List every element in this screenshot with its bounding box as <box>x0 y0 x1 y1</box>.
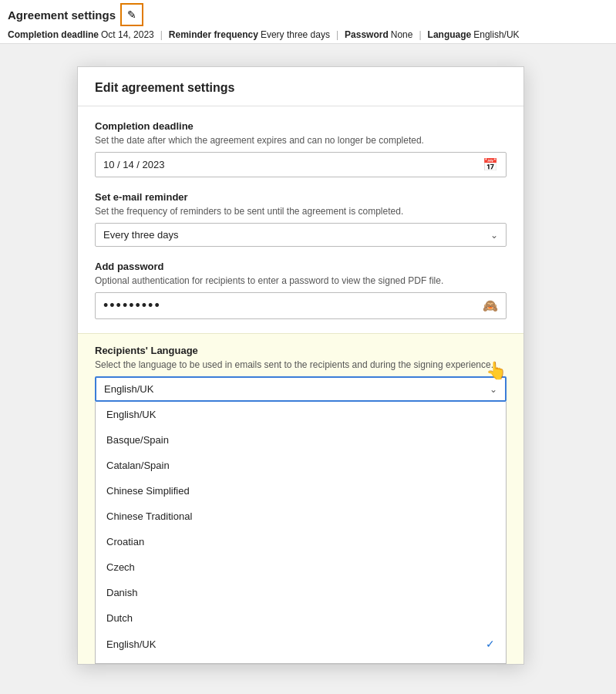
chevron-down-icon-lang: ⌄ <box>490 384 497 395</box>
checkmark-icon: ✓ <box>486 638 495 650</box>
title-row: Agreement settings ✎ <box>8 3 143 26</box>
password-input[interactable] <box>103 298 483 314</box>
lang-option-label: Czech <box>106 561 135 573</box>
lang-option-label: Croatian <box>106 536 144 547</box>
page-title: Agreement settings <box>8 8 116 22</box>
lang-option[interactable]: Chinese Simplified <box>96 478 506 504</box>
completion-deadline-desc: Set the date after which the agreement e… <box>95 135 507 146</box>
date-input[interactable] <box>103 159 483 170</box>
reminder-dropdown[interactable]: Every three days ⌄ <box>95 223 507 247</box>
edit-icon: ✎ <box>127 8 136 21</box>
lang-option-label: Danish <box>106 587 137 598</box>
modal-header: Edit agreement settings <box>78 67 523 106</box>
modal-body: Completion deadline Set the date after w… <box>78 106 523 319</box>
lang-option[interactable]: Catalan/Spain <box>96 453 506 478</box>
calendar-icon[interactable]: 📅 <box>483 157 498 172</box>
meta-sep-1: | <box>160 29 163 40</box>
meta-sep-3: | <box>419 29 421 40</box>
lang-option[interactable]: Chinese Traditional <box>96 504 506 529</box>
meta-value-password: None <box>391 29 413 40</box>
lang-option-label: English/UK <box>106 638 156 650</box>
password-input-row[interactable]: 🙈 <box>95 292 507 319</box>
top-bar: Agreement settings ✎ Completion deadline… <box>0 0 616 44</box>
meta-value-language: English/UK <box>473 29 519 40</box>
completion-deadline-section: Completion deadline Set the date after w… <box>95 120 507 177</box>
edit-settings-modal: Edit agreement settings Completion deadl… <box>77 66 524 665</box>
password-label: Add password <box>95 261 507 272</box>
chevron-down-icon: ⌄ <box>490 230 498 241</box>
meta-label-language: Language <box>428 29 472 40</box>
language-dropdown-list[interactable]: English/UKBasque/SpainCatalan/SpainChine… <box>95 402 507 664</box>
lang-option-label: Dutch <box>106 612 133 624</box>
password-desc: Optional authentication for recipients t… <box>95 275 507 286</box>
lang-option-label: English/UK <box>106 409 156 420</box>
lang-option[interactable]: Danish <box>96 580 506 605</box>
lang-option-label: Chinese Simplified <box>106 485 190 497</box>
lang-option-label: Catalan/Spain <box>106 460 170 471</box>
lang-option[interactable]: Dutch <box>96 605 506 631</box>
reminder-dropdown-value: Every three days <box>103 229 490 241</box>
lang-option[interactable]: English/UK <box>96 402 506 427</box>
meta-value-completion: Oct 14, 2023 <box>101 29 154 40</box>
completion-deadline-label: Completion deadline <box>95 120 507 132</box>
top-meta: Completion deadline Oct 14, 2023 | Remin… <box>8 29 520 40</box>
modal-title: Edit agreement settings <box>95 81 234 94</box>
recipients-language-desc: Select the language to be used in emails… <box>95 359 507 370</box>
meta-label-completion: Completion deadline <box>8 29 99 40</box>
email-reminder-label: Set e-mail reminder <box>95 191 507 203</box>
recipients-language-label: Recipients' Language <box>95 345 507 356</box>
lang-option[interactable]: Basque/Spain <box>96 427 506 453</box>
language-selected-value: English/UK <box>104 383 490 395</box>
language-dropdown-selected[interactable]: English/UK ⌄ <box>95 376 507 402</box>
date-input-row[interactable]: 📅 <box>95 152 507 177</box>
email-reminder-desc: Set the frequency of reminders to be sen… <box>95 206 507 217</box>
lang-option[interactable]: English/UK✓ <box>96 631 506 657</box>
lang-option-label: Basque/Spain <box>106 434 169 446</box>
meta-label-reminder: Reminder frequency <box>169 29 258 40</box>
meta-value-reminder: Every three days <box>261 29 330 40</box>
meta-sep-2: | <box>336 29 338 40</box>
lang-option[interactable]: Croatian <box>96 529 506 554</box>
meta-label-password: Password <box>345 29 389 40</box>
eye-slash-icon[interactable]: 🙈 <box>483 298 498 313</box>
email-reminder-section: Set e-mail reminder Set the frequency of… <box>95 191 507 247</box>
lang-option[interactable]: English/US <box>96 657 506 664</box>
lang-option[interactable]: Czech <box>96 554 506 580</box>
password-section: Add password Optional authentication for… <box>95 261 507 319</box>
recipients-language-section: Recipients' Language Select the language… <box>78 333 523 664</box>
lang-option-label: Chinese Traditional <box>106 510 192 522</box>
edit-icon-button[interactable]: ✎ <box>120 3 143 26</box>
